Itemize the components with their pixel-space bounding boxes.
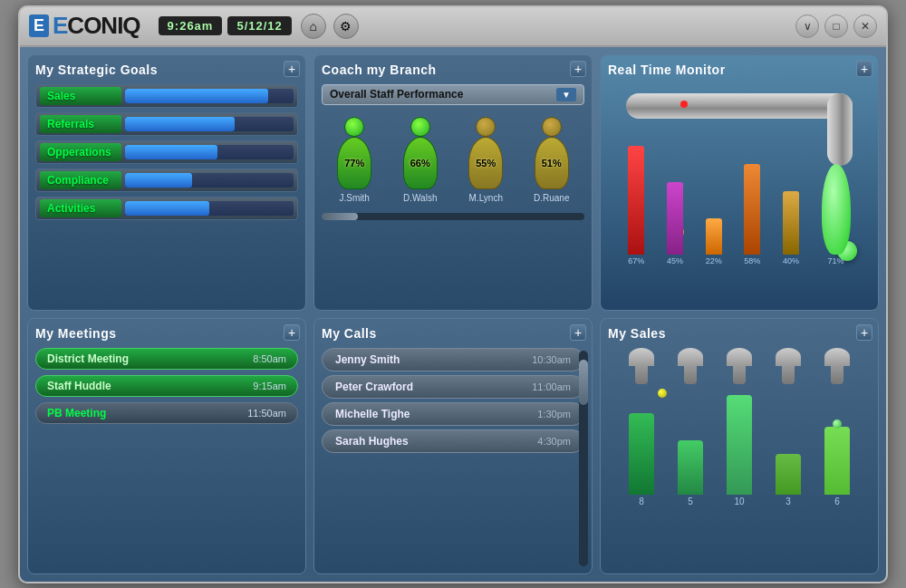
call-item: Sarah Hughes 4:30pm	[322, 429, 584, 453]
close-button[interactable]: ✕	[853, 14, 877, 38]
figure-torso-dwalsh: 66%	[403, 137, 438, 189]
rtm-add-button[interactable]: +	[856, 61, 872, 77]
call-item: Jenny Smith 10:30am	[322, 348, 584, 371]
coach-dropdown[interactable]: Overall Staff Performance ▼	[322, 84, 584, 105]
rtm-bar-group: 67%	[628, 146, 644, 265]
calls-title: My Calls	[322, 326, 584, 341]
sales-bar-label-5: 6	[834, 496, 840, 506]
meeting-time-staff: 9:15am	[253, 381, 286, 391]
title-icons: ⌂ ⚙	[301, 14, 359, 39]
goal-label-activities: Activities	[40, 199, 121, 217]
calls-add-button[interactable]: +	[570, 324, 586, 341]
restore-button[interactable]: □	[824, 14, 848, 38]
funnel-3	[727, 348, 752, 384]
meetings-panel: My Meetings + District Meeting 8:50am St…	[27, 318, 306, 574]
rtm-bar-group: 71%	[822, 164, 851, 265]
sales-add-button[interactable]: +	[856, 324, 872, 341]
goal-bar-container-compliance	[125, 173, 294, 188]
sales-bar-label-1: 8	[639, 496, 644, 506]
figure-body-mlynch: 55%	[464, 117, 507, 189]
sales-bar-group: 5	[678, 440, 703, 506]
figure-torso-druane: 51%	[535, 137, 569, 189]
funnel-1	[629, 348, 654, 384]
rtm-bar-1	[628, 146, 644, 255]
rtm-bar-group: 22%	[706, 218, 722, 265]
main-content: My Strategic Goals + Sales Referrals Opp…	[20, 47, 886, 582]
rtm-bar-label-6: 71%	[828, 256, 844, 265]
funnel-bottom-1	[635, 366, 648, 384]
sales-bar-group: 10	[727, 395, 752, 506]
meeting-item: PB Meeting 11:50am	[35, 402, 298, 424]
strategic-goals-add-button[interactable]: +	[284, 61, 300, 77]
calls-panel: My Calls + Jenny Smith 10:30am Peter Cra…	[313, 318, 593, 574]
sales-dot-yellow	[658, 389, 667, 398]
figure-name-druane: D.Ruane	[534, 193, 569, 203]
call-item: Peter Crawford 11:00am	[322, 375, 584, 399]
staff-figure-druane: 51% D.Ruane	[530, 117, 573, 203]
sales-bar-2	[678, 440, 703, 495]
rtm-bar-label-3: 22%	[706, 256, 722, 265]
title-bar: E ECONIQ 9:26am 5/12/12 ⌂ ⚙ ∨ □ ✕	[20, 7, 886, 47]
figure-body-dwalsh: 66%	[399, 117, 442, 189]
figure-pct-mlynch: 55%	[476, 158, 496, 169]
call-time-peter: 11:00am	[532, 381, 571, 392]
coach-add-button[interactable]: +	[570, 61, 586, 77]
sales-bars: 8 5 10 3	[608, 389, 871, 506]
coach-scrollbar[interactable]	[322, 213, 584, 220]
figure-name-dwalsh: D.Walsh	[403, 193, 437, 203]
call-time-jenny: 10:30am	[532, 354, 571, 365]
goal-label-compliance: Compliance	[40, 171, 121, 189]
sales-visual: 8 5 10 3	[608, 348, 871, 538]
time-display: 9:26am	[159, 16, 223, 35]
call-time-sarah: 4:30pm	[537, 436, 571, 447]
meetings-title: My Meetings	[35, 326, 298, 341]
rtm-bar-4	[744, 164, 760, 255]
goal-bar-container-referrals	[125, 117, 294, 131]
funnel-bottom-4	[782, 366, 795, 384]
calls-scrollbar-thumb	[579, 360, 588, 405]
minimize-button[interactable]: ∨	[795, 14, 819, 38]
rtm-bar-group: 40%	[783, 191, 799, 265]
goal-bar-activities	[125, 201, 209, 216]
sales-bar-label-2: 5	[688, 496, 693, 506]
call-name-michelle: Michelle Tighe	[335, 408, 410, 420]
figure-head-jsmith	[344, 117, 364, 137]
goal-item: Referrals	[35, 112, 298, 136]
calls-scrollbar[interactable]	[579, 351, 588, 566]
sales-bar-label-4: 3	[786, 496, 791, 506]
goal-item: Opperations	[35, 140, 298, 164]
figure-body-jsmith: 77%	[333, 117, 376, 189]
goal-bar-container-activities	[125, 201, 294, 216]
rtm-bar-group: 45%	[667, 182, 683, 265]
coach-dropdown-label: Overall Staff Performance	[330, 88, 463, 101]
coach-scrollbar-thumb	[322, 213, 358, 220]
funnel-bottom-3	[733, 366, 746, 384]
figure-head-dwalsh	[410, 117, 430, 137]
goal-bar-container-sales	[125, 89, 294, 103]
staff-figures: 77% J.Smith 66% D.Walsh	[322, 112, 584, 207]
home-icon[interactable]: ⌂	[301, 14, 326, 39]
goal-bar-compliance	[125, 173, 192, 188]
rtm-bar-3	[706, 218, 722, 255]
meeting-item: District Meeting 8:50am	[35, 348, 298, 370]
goal-item: Compliance	[35, 169, 298, 192]
rtm-bar-5	[783, 191, 799, 255]
meetings-add-button[interactable]: +	[284, 324, 300, 341]
app-window: E ECONIQ 9:26am 5/12/12 ⌂ ⚙ ∨ □ ✕ My Str…	[18, 5, 888, 583]
rtm-bar-label-5: 40%	[783, 256, 799, 265]
call-item: Michelle Tighe 1:30pm	[322, 402, 584, 426]
sales-bar-4	[776, 454, 801, 495]
sales-bar-group: 6	[824, 427, 850, 506]
meeting-name-district: District Meeting	[47, 352, 129, 365]
coach-title: Coach my Branch	[322, 63, 584, 77]
funnel-top-4	[776, 348, 801, 366]
figure-body-druane: 51%	[530, 117, 573, 189]
rtm-visual: 67% 45% 22% 58%	[608, 84, 871, 293]
settings-icon[interactable]: ⚙	[333, 14, 359, 39]
rtm-dot-red	[680, 101, 688, 108]
figure-head-druane	[542, 117, 562, 137]
logo-area: E ECONIQ	[29, 12, 140, 40]
coach-panel: Coach my Branch + Overall Staff Performa…	[313, 54, 593, 311]
figure-name-jsmith: J.Smith	[340, 193, 370, 203]
rtm-panel: Real Time Monitor + 67%	[600, 54, 879, 311]
